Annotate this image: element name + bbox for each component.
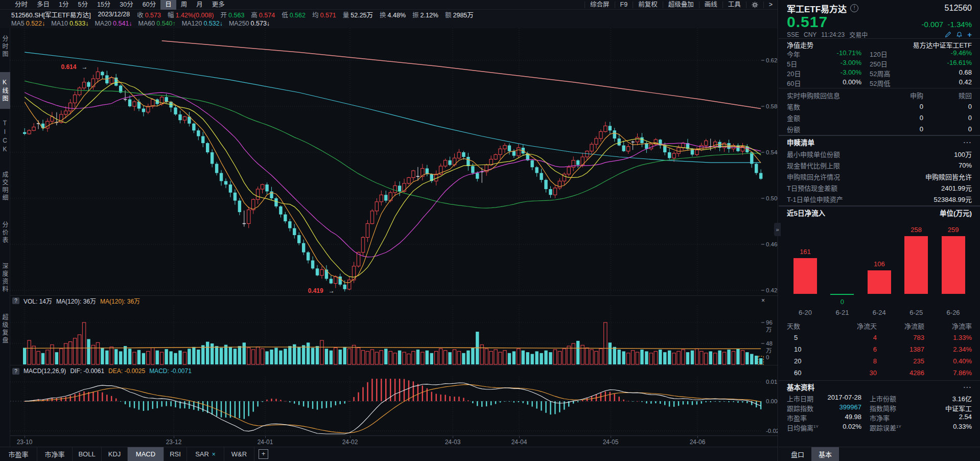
- netflow-date: 6-21: [827, 309, 857, 316]
- volume-axis-label: 96万: [766, 319, 778, 326]
- sidebar-item-成交明细[interactable]: 成交明细: [0, 164, 10, 209]
- panel-tab-基本[interactable]: 基本: [811, 447, 839, 461]
- toolbar-item-超级叠加[interactable]: 超级叠加: [663, 2, 699, 8]
- close-icon[interactable]: ×: [760, 297, 766, 304]
- indicator-tab-市盈率[interactable]: 市盈率: [0, 447, 37, 461]
- more-tools-chevron[interactable]: >: [763, 2, 778, 8]
- macd-legend: ? MACD(12,26,9) DIF: -0.0061 DEA: -0.002…: [10, 365, 778, 377]
- quote-field-振: 振2.12%: [412, 10, 438, 19]
- period-tab-1分[interactable]: 1分: [54, 0, 73, 10]
- basic-info-row: 日均偏离1Y0.02%跟踪误差1Y0.33%: [779, 423, 980, 432]
- x-axis-tick: [611, 436, 611, 438]
- alert-bell-icon[interactable]: [956, 31, 963, 38]
- period-tab-30分[interactable]: 30分: [115, 0, 137, 10]
- netflow-date: 6-20: [790, 309, 821, 316]
- toolbar-item-前复权[interactable]: 前复权: [633, 2, 663, 8]
- annotation-arrow-icon: →: [329, 287, 335, 294]
- price-annotation-0.419: 0.419: [308, 287, 323, 294]
- close-icon[interactable]: ×: [212, 451, 216, 458]
- indicator-tab-RSI[interactable]: RSI: [164, 447, 187, 461]
- realtime-row-笔数: 笔数00: [779, 101, 980, 112]
- etf-code: 512560: [945, 4, 972, 13]
- period-tab-多日[interactable]: 多日: [32, 0, 54, 10]
- panel-bottom-tabs: 盘口基本: [779, 447, 980, 461]
- indicator-tab-BOLL[interactable]: BOLL: [73, 447, 102, 461]
- netflow-date: 6-24: [864, 309, 895, 316]
- x-axis-label-24-04: 24-04: [511, 439, 527, 446]
- sidebar-item-深度资料[interactable]: 深度资料: [0, 256, 10, 300]
- ma-legend-MA10: MA100.533↓: [51, 20, 88, 27]
- indicator-tab-MACD[interactable]: MACD: [128, 447, 164, 461]
- sidebar-item-K线图[interactable]: K线图: [0, 72, 10, 109]
- toolbar-item-画线[interactable]: 画线: [699, 2, 722, 8]
- indicator-tab-市净率[interactable]: 市净率: [37, 447, 73, 461]
- gear-icon[interactable]: [746, 2, 763, 8]
- help-icon[interactable]: ?: [12, 368, 19, 375]
- add-watchlist-icon[interactable]: +: [967, 30, 972, 39]
- edit-icon[interactable]: [945, 31, 951, 38]
- stock-info-panel: 军工ETF易方达 ! 512560 0.517 -0.007 -1.34% SS…: [779, 0, 980, 461]
- redemption-row: 申购赎回允许情况申购赎回皆允许: [779, 171, 980, 182]
- annotation-arrow-icon: →: [81, 63, 87, 71]
- indicator-tab-KDJ[interactable]: KDJ: [102, 447, 128, 461]
- more-icon[interactable]: ···: [964, 383, 972, 391]
- collapse-panel-handle[interactable]: »: [774, 223, 781, 236]
- netflow-bar-6-24: [868, 270, 891, 294]
- redemption-row: T-1日单位申赎资产523848.99元: [779, 193, 980, 204]
- quote-field-量: 量52.25万: [343, 10, 373, 19]
- indicator-tab-W&R[interactable]: W&R: [224, 447, 254, 461]
- basic-info-row: 市盈率49.98市净率2.54: [779, 413, 980, 423]
- period-tab-月[interactable]: 月: [192, 0, 207, 10]
- flow-table-row: 603042867.86%: [779, 367, 980, 379]
- period-tabs: 分时多日1分5分15分30分60分日周月更多: [10, 0, 229, 10]
- sidebar-item-超级复盘[interactable]: 超级复盘: [0, 307, 10, 351]
- netflow-value: 259: [938, 226, 969, 234]
- volume-axis-label: 0: [766, 354, 769, 361]
- period-tab-5分[interactable]: 5分: [73, 0, 92, 10]
- toolbar-item-F9[interactable]: F9: [615, 2, 633, 8]
- ma-legend: MA50.522↓MA100.533↓MA200.541↓MA600.540↑M…: [11, 20, 276, 27]
- flow-table-row: 10613872.34%: [779, 343, 980, 355]
- indicator-tab-SAR[interactable]: SAR×: [187, 447, 224, 461]
- period-tab-日[interactable]: 日: [160, 0, 176, 10]
- x-axis: 23-1023-1224-0124-0224-0324-0424-0524-06: [10, 435, 778, 447]
- sidebar-item-TICK[interactable]: TICK: [0, 119, 10, 155]
- nav-performance-row: 今年-10.71%120日-9.46%: [779, 49, 980, 59]
- quote-field-低: 低0.562: [282, 10, 306, 19]
- netflow-value: 0: [827, 298, 857, 306]
- quote-field-收: 收0.573: [137, 10, 161, 19]
- add-indicator-icon[interactable]: +: [259, 449, 268, 459]
- quote-date: 2023/12/28: [98, 11, 130, 18]
- x-axis-tick: [174, 436, 174, 438]
- market-status: SSE CNY 11:24:23 交易中 +: [779, 30, 980, 39]
- period-tab-15分[interactable]: 15分: [92, 0, 115, 10]
- more-icon[interactable]: ···: [964, 139, 972, 146]
- netflow-bar-6-26: [942, 236, 965, 294]
- realtime-row-金额: 金额00: [779, 112, 980, 123]
- period-tab-周[interactable]: 周: [176, 0, 192, 10]
- netflow-value: 258: [901, 226, 931, 234]
- realtime-row-份额: 份额00: [779, 123, 980, 134]
- candlestick-chart[interactable]: 0.6200.5800.5400.5000.4600.4200.614→0.41…: [10, 28, 778, 295]
- toolbar-item-综合屏[interactable]: 综合屏: [585, 2, 615, 8]
- current-price: 0.517: [787, 13, 828, 31]
- sidebar-item-分价表[interactable]: 分价表: [0, 216, 10, 249]
- help-icon[interactable]: ?: [12, 297, 19, 304]
- netflow-zero-line: [830, 294, 854, 295]
- period-tab-分时[interactable]: 分时: [10, 0, 32, 10]
- netflow-value: 161: [790, 248, 821, 256]
- period-tab-60分[interactable]: 60分: [138, 0, 160, 10]
- view-sidebar: 分时图K线图TICK成交明细分价表深度资料超级复盘: [0, 28, 10, 447]
- period-tab-更多[interactable]: 更多: [207, 0, 229, 10]
- info-icon[interactable]: !: [850, 4, 858, 12]
- panel-tab-盘口[interactable]: 盘口: [784, 447, 811, 461]
- macd-pane[interactable]: ? MACD(12,26,9) DIF: -0.0061 DEA: -0.002…: [10, 365, 778, 435]
- toolbar-item-工具[interactable]: 工具: [722, 2, 746, 8]
- redemption-row: 现金替代比例上限70%: [779, 159, 980, 171]
- volume-pane[interactable]: ? VOL: 14万 MA(120): 36万 MA(120): 36万 × 9…: [10, 295, 778, 365]
- x-axis-label-24-01: 24-01: [258, 439, 273, 446]
- x-axis-label-24-05: 24-05: [603, 439, 619, 446]
- x-axis-label-24-03: 24-03: [445, 439, 461, 446]
- sidebar-item-分时图[interactable]: 分时图: [0, 30, 10, 63]
- x-axis-tick: [453, 436, 453, 438]
